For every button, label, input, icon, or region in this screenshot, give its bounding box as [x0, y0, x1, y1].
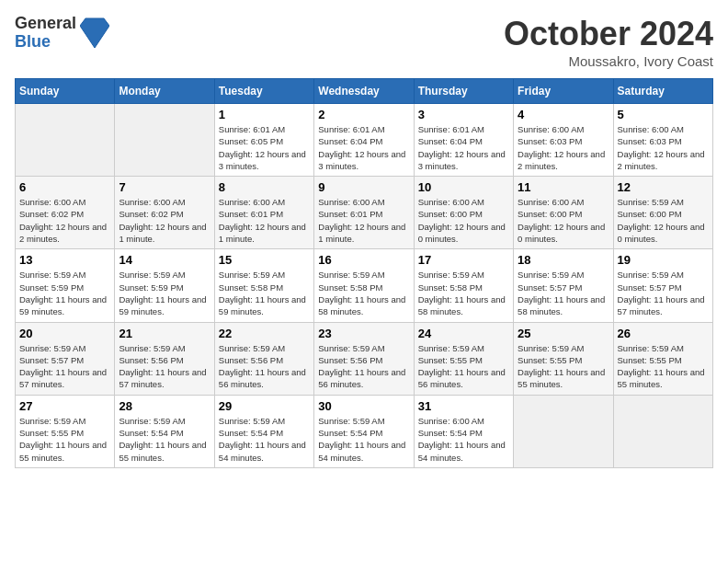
day-info: Sunrise: 6:00 AMSunset: 6:01 PMDaylight:… — [219, 196, 310, 245]
calendar-cell: 18Sunrise: 5:59 AMSunset: 5:57 PMDayligh… — [514, 249, 613, 322]
calendar-body: 1Sunrise: 6:01 AMSunset: 6:05 PMDaylight… — [16, 104, 713, 468]
day-number: 1 — [219, 108, 310, 121]
calendar-cell: 15Sunrise: 5:59 AMSunset: 5:58 PMDayligh… — [214, 249, 313, 322]
calendar-cell: 31Sunrise: 6:00 AMSunset: 5:54 PMDayligh… — [414, 395, 513, 467]
header-row: SundayMondayTuesdayWednesdayThursdayFrid… — [16, 79, 713, 104]
day-number: 5 — [618, 108, 709, 121]
calendar-cell: 19Sunrise: 5:59 AMSunset: 5:57 PMDayligh… — [613, 249, 712, 322]
header-day-tuesday: Tuesday — [214, 79, 313, 104]
location-subtitle: Moussakro, Ivory Coast — [504, 53, 713, 69]
day-number: 3 — [418, 108, 509, 121]
day-info: Sunrise: 5:59 AMSunset: 5:59 PMDaylight:… — [19, 269, 110, 317]
calendar-cell — [16, 104, 115, 177]
day-number: 24 — [418, 327, 509, 340]
calendar-cell: 9Sunrise: 6:00 AMSunset: 6:01 PMDaylight… — [314, 177, 414, 249]
calendar-table: SundayMondayTuesdayWednesdayThursdayFrid… — [15, 78, 713, 468]
calendar-cell: 25Sunrise: 5:59 AMSunset: 5:55 PMDayligh… — [514, 322, 613, 395]
day-info: Sunrise: 6:00 AMSunset: 6:02 PMDaylight:… — [119, 196, 210, 245]
day-number: 15 — [219, 253, 310, 267]
day-info: Sunrise: 5:59 AMSunset: 5:57 PMDaylight:… — [19, 342, 110, 391]
day-number: 11 — [518, 180, 609, 194]
day-info: Sunrise: 5:59 AMSunset: 5:59 PMDaylight:… — [119, 269, 210, 317]
day-info: Sunrise: 6:01 AMSunset: 6:04 PMDaylight:… — [318, 123, 409, 172]
day-number: 29 — [219, 399, 310, 413]
calendar-cell: 4Sunrise: 6:00 AMSunset: 6:03 PMDaylight… — [514, 104, 613, 177]
calendar-cell: 8Sunrise: 6:00 AMSunset: 6:01 PMDaylight… — [214, 177, 313, 249]
calendar-cell: 3Sunrise: 6:01 AMSunset: 6:04 PMDaylight… — [414, 104, 513, 177]
calendar-cell: 10Sunrise: 6:00 AMSunset: 6:00 PMDayligh… — [414, 177, 513, 249]
day-number: 30 — [318, 399, 409, 413]
header-day-monday: Monday — [115, 79, 214, 104]
calendar-cell: 24Sunrise: 5:59 AMSunset: 5:55 PMDayligh… — [414, 322, 513, 395]
calendar-cell: 1Sunrise: 6:01 AMSunset: 6:05 PMDaylight… — [214, 104, 313, 177]
calendar-cell: 17Sunrise: 5:59 AMSunset: 5:58 PMDayligh… — [414, 249, 513, 322]
day-number: 16 — [318, 253, 409, 267]
calendar-week-4: 20Sunrise: 5:59 AMSunset: 5:57 PMDayligh… — [16, 322, 713, 395]
calendar-cell: 12Sunrise: 5:59 AMSunset: 6:00 PMDayligh… — [613, 177, 712, 249]
day-info: Sunrise: 6:00 AMSunset: 5:54 PMDaylight:… — [418, 415, 509, 464]
day-number: 7 — [119, 180, 210, 194]
day-info: Sunrise: 5:59 AMSunset: 5:54 PMDaylight:… — [219, 415, 310, 464]
header-day-saturday: Saturday — [613, 79, 712, 104]
day-info: Sunrise: 5:59 AMSunset: 5:55 PMDaylight:… — [19, 415, 110, 464]
logo-blue: Blue — [15, 32, 51, 51]
day-number: 22 — [219, 327, 310, 340]
day-info: Sunrise: 5:59 AMSunset: 5:56 PMDaylight:… — [318, 342, 409, 391]
calendar-cell: 5Sunrise: 6:00 AMSunset: 6:03 PMDaylight… — [613, 104, 712, 177]
day-number: 8 — [219, 180, 310, 194]
calendar-cell: 11Sunrise: 6:00 AMSunset: 6:00 PMDayligh… — [514, 177, 613, 249]
logo-text: General Blue — [15, 15, 76, 52]
logo: General Blue — [15, 15, 109, 52]
calendar-cell: 7Sunrise: 6:00 AMSunset: 6:02 PMDaylight… — [115, 177, 214, 249]
calendar-week-5: 27Sunrise: 5:59 AMSunset: 5:55 PMDayligh… — [16, 395, 713, 467]
day-info: Sunrise: 5:59 AMSunset: 5:58 PMDaylight:… — [318, 269, 409, 317]
calendar-cell: 13Sunrise: 5:59 AMSunset: 5:59 PMDayligh… — [16, 249, 115, 322]
day-number: 21 — [119, 327, 210, 340]
day-number: 17 — [418, 253, 509, 267]
calendar-cell: 14Sunrise: 5:59 AMSunset: 5:59 PMDayligh… — [115, 249, 214, 322]
month-title: October 2024 — [504, 15, 713, 53]
day-info: Sunrise: 5:59 AMSunset: 5:55 PMDaylight:… — [418, 342, 509, 391]
calendar-cell — [514, 395, 613, 467]
day-number: 6 — [19, 180, 110, 194]
calendar-cell: 2Sunrise: 6:01 AMSunset: 6:04 PMDaylight… — [314, 104, 414, 177]
header-day-friday: Friday — [514, 79, 613, 104]
day-info: Sunrise: 6:00 AMSunset: 6:00 PMDaylight:… — [518, 196, 609, 245]
calendar-cell: 22Sunrise: 5:59 AMSunset: 5:56 PMDayligh… — [214, 322, 313, 395]
day-info: Sunrise: 6:00 AMSunset: 6:02 PMDaylight:… — [19, 196, 110, 245]
day-number: 14 — [119, 253, 210, 267]
calendar-week-3: 13Sunrise: 5:59 AMSunset: 5:59 PMDayligh… — [16, 249, 713, 322]
title-block: October 2024 Moussakro, Ivory Coast — [504, 15, 713, 69]
day-info: Sunrise: 6:00 AMSunset: 6:00 PMDaylight:… — [418, 196, 509, 245]
calendar-cell: 23Sunrise: 5:59 AMSunset: 5:56 PMDayligh… — [314, 322, 414, 395]
day-info: Sunrise: 6:01 AMSunset: 6:05 PMDaylight:… — [219, 123, 310, 172]
day-info: Sunrise: 5:59 AMSunset: 5:58 PMDaylight:… — [418, 269, 509, 317]
calendar-cell: 28Sunrise: 5:59 AMSunset: 5:54 PMDayligh… — [115, 395, 214, 467]
day-number: 20 — [19, 327, 110, 340]
day-info: Sunrise: 5:59 AMSunset: 5:54 PMDaylight:… — [318, 415, 409, 464]
day-info: Sunrise: 5:59 AMSunset: 5:56 PMDaylight:… — [119, 342, 210, 391]
calendar-week-2: 6Sunrise: 6:00 AMSunset: 6:02 PMDaylight… — [16, 177, 713, 249]
day-info: Sunrise: 5:59 AMSunset: 5:57 PMDaylight:… — [618, 269, 709, 317]
day-number: 31 — [418, 399, 509, 413]
day-number: 12 — [618, 180, 709, 194]
day-number: 18 — [518, 253, 609, 267]
day-info: Sunrise: 6:00 AMSunset: 6:01 PMDaylight:… — [318, 196, 409, 245]
day-number: 13 — [19, 253, 110, 267]
page-header: General Blue October 2024 Moussakro, Ivo… — [15, 15, 713, 69]
logo-icon — [80, 17, 109, 50]
day-info: Sunrise: 5:59 AMSunset: 5:55 PMDaylight:… — [518, 342, 609, 391]
day-number: 19 — [618, 253, 709, 267]
day-number: 2 — [318, 108, 409, 121]
day-info: Sunrise: 5:59 AMSunset: 5:57 PMDaylight:… — [518, 269, 609, 317]
day-number: 9 — [318, 180, 409, 194]
day-info: Sunrise: 5:59 AMSunset: 5:58 PMDaylight:… — [219, 269, 310, 317]
calendar-cell: 30Sunrise: 5:59 AMSunset: 5:54 PMDayligh… — [314, 395, 414, 467]
day-number: 23 — [318, 327, 409, 340]
calendar-week-1: 1Sunrise: 6:01 AMSunset: 6:05 PMDaylight… — [16, 104, 713, 177]
day-number: 27 — [19, 399, 110, 413]
day-info: Sunrise: 6:00 AMSunset: 6:03 PMDaylight:… — [518, 123, 609, 172]
calendar-cell: 20Sunrise: 5:59 AMSunset: 5:57 PMDayligh… — [16, 322, 115, 395]
calendar-header: SundayMondayTuesdayWednesdayThursdayFrid… — [16, 79, 713, 104]
day-number: 28 — [119, 399, 210, 413]
